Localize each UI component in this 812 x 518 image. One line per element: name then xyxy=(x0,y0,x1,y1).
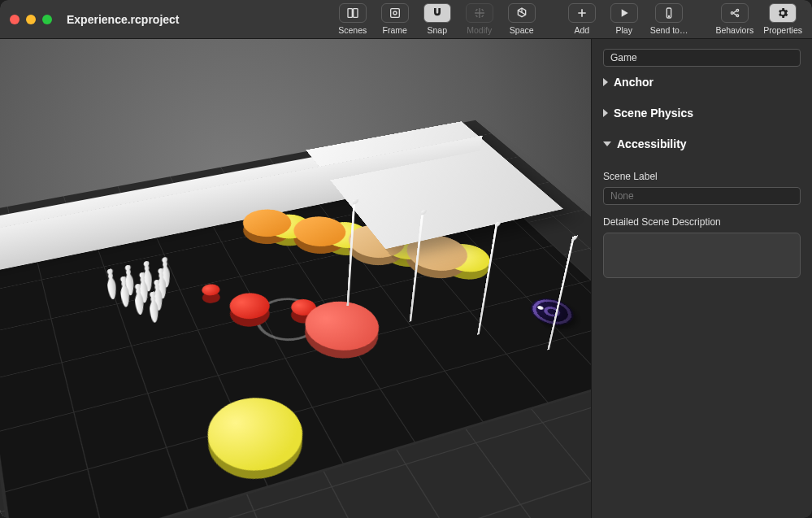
inspector-panel: Anchor Scene Physics Accessibility Scene… xyxy=(591,39,812,518)
scene-physics-section-header[interactable]: Scene Physics xyxy=(603,98,801,128)
detailed-description-heading: Detailed Scene Description xyxy=(603,216,801,228)
minimize-window-button[interactable] xyxy=(26,15,36,24)
space-button[interactable]: Space xyxy=(506,3,538,35)
svg-point-3 xyxy=(393,11,397,15)
snap-button[interactable]: Snap xyxy=(421,3,454,35)
space-icon xyxy=(508,3,536,23)
toolbar: Scenes Frame Snap Modify xyxy=(337,0,802,38)
toolbar-label: Modify xyxy=(467,25,492,35)
add-button[interactable]: Add xyxy=(566,3,598,35)
play-button[interactable]: Play xyxy=(608,3,640,35)
svg-point-8 xyxy=(736,15,739,17)
3d-viewport[interactable] xyxy=(0,39,591,518)
svg-point-6 xyxy=(731,12,733,15)
scenes-icon xyxy=(339,3,367,23)
accessibility-section-header[interactable]: Accessibility xyxy=(603,128,801,159)
content-area: Anchor Scene Physics Accessibility Scene… xyxy=(0,39,812,518)
toolbar-label: Space xyxy=(510,25,534,35)
svg-rect-1 xyxy=(353,9,357,18)
magnet-icon xyxy=(423,3,451,23)
svg-point-5 xyxy=(668,15,669,16)
svg-rect-2 xyxy=(390,9,399,18)
scene-label-input[interactable] xyxy=(603,187,801,205)
plus-icon xyxy=(568,3,596,23)
behaviors-button[interactable]: Behaviors xyxy=(715,3,753,35)
toolbar-label: Behaviors xyxy=(715,25,753,35)
section-title: Scene Physics xyxy=(614,107,693,120)
chevron-down-icon xyxy=(603,141,611,146)
device-icon xyxy=(655,3,683,23)
svg-rect-0 xyxy=(348,9,352,18)
chevron-right-icon xyxy=(603,109,608,117)
bowling-pin[interactable] xyxy=(144,289,163,324)
close-window-button[interactable] xyxy=(10,15,20,24)
behaviors-icon xyxy=(721,3,749,23)
modify-button: Modify xyxy=(463,3,496,35)
toolbar-label: Frame xyxy=(383,25,407,35)
properties-button[interactable]: Properties xyxy=(763,3,802,35)
gear-icon xyxy=(769,3,797,23)
detailed-description-textarea[interactable] xyxy=(603,233,801,278)
anchor-section-header[interactable]: Anchor xyxy=(603,67,801,98)
toolbar-label: Play xyxy=(616,25,632,35)
toolbar-label: Send to… xyxy=(650,25,688,35)
frame-button[interactable]: Frame xyxy=(379,3,411,35)
toolbar-label: Properties xyxy=(763,25,802,35)
window-controls xyxy=(10,15,52,24)
scenes-button[interactable]: Scenes xyxy=(337,3,369,35)
modify-icon xyxy=(466,3,493,23)
titlebar: Experience.rcproject Scenes Frame Snap xyxy=(0,0,812,39)
chevron-right-icon xyxy=(603,78,608,86)
scene-name-input[interactable] xyxy=(603,49,801,67)
toolbar-label: Add xyxy=(574,25,589,35)
play-icon xyxy=(610,3,638,23)
section-title: Anchor xyxy=(614,76,654,89)
toolbar-label: Scenes xyxy=(338,25,367,35)
section-title: Accessibility xyxy=(617,137,687,150)
app-window: Experience.rcproject Scenes Frame Snap xyxy=(0,0,812,518)
toolbar-label: Snap xyxy=(427,25,447,35)
zoom-window-button[interactable] xyxy=(42,15,52,24)
frame-icon xyxy=(381,3,409,23)
document-title: Experience.rcproject xyxy=(67,13,180,26)
scene-board xyxy=(0,155,591,518)
svg-point-7 xyxy=(736,9,739,11)
send-to-button[interactable]: Send to… xyxy=(650,3,688,35)
scene-label-heading: Scene Label xyxy=(603,171,801,182)
